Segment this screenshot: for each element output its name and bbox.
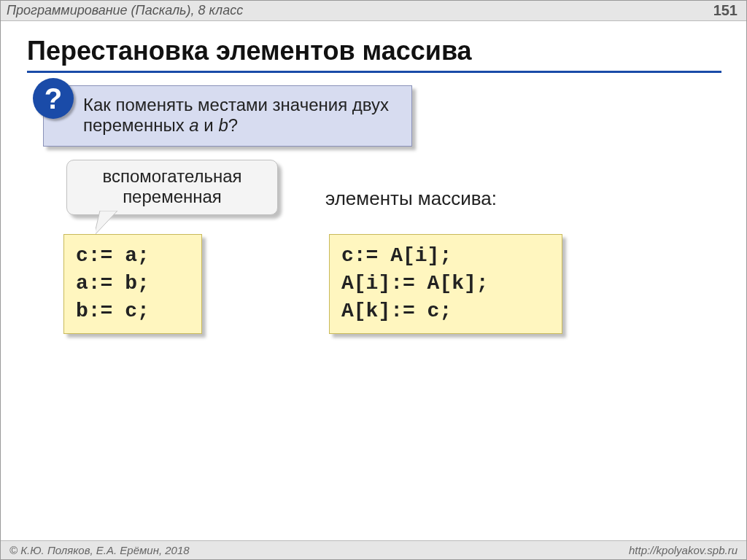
code-swap-array: c:= A[i]; A[i]:= A[k]; A[k]:= c; <box>329 234 562 334</box>
question-icon: ? <box>33 78 74 119</box>
course-title: Программирование (Паскаль), 8 класс <box>7 3 243 18</box>
question-var-a: a <box>189 115 198 135</box>
question-var-b: b <box>218 115 228 135</box>
svg-marker-0 <box>96 211 117 236</box>
footer-authors: К.Ю. Поляков, Е.А. Ерёмин, 2018 <box>9 544 190 556</box>
callout-line2: переменная <box>123 187 222 206</box>
page-number: 151 <box>713 2 738 19</box>
footer-url: http://kpolyakov.spb.ru <box>629 544 738 556</box>
question-box: Как поменять местами значения двух перем… <box>43 85 412 147</box>
code-swap-vars: c:= a; a:= b; b:= c; <box>63 234 202 334</box>
question-line2-prefix: переменных <box>83 115 189 135</box>
question-line1: Как поменять местами значения двух <box>83 95 389 114</box>
helper-var-callout: вспомогательная переменная <box>66 160 278 215</box>
question-mark-char: ? <box>228 115 238 135</box>
footer-bar: К.Ю. Поляков, Е.А. Ерёмин, 2018 http://k… <box>1 540 746 559</box>
slide-title: Перестановка элементов массива <box>27 36 721 73</box>
question-and: и <box>199 115 219 135</box>
array-elements-label: элементы массива: <box>325 187 497 210</box>
slide: Программирование (Паскаль), 8 класс 151 … <box>0 0 747 560</box>
header-bar: Программирование (Паскаль), 8 класс 151 <box>1 1 746 21</box>
callout-line1: вспомогательная <box>102 166 241 186</box>
